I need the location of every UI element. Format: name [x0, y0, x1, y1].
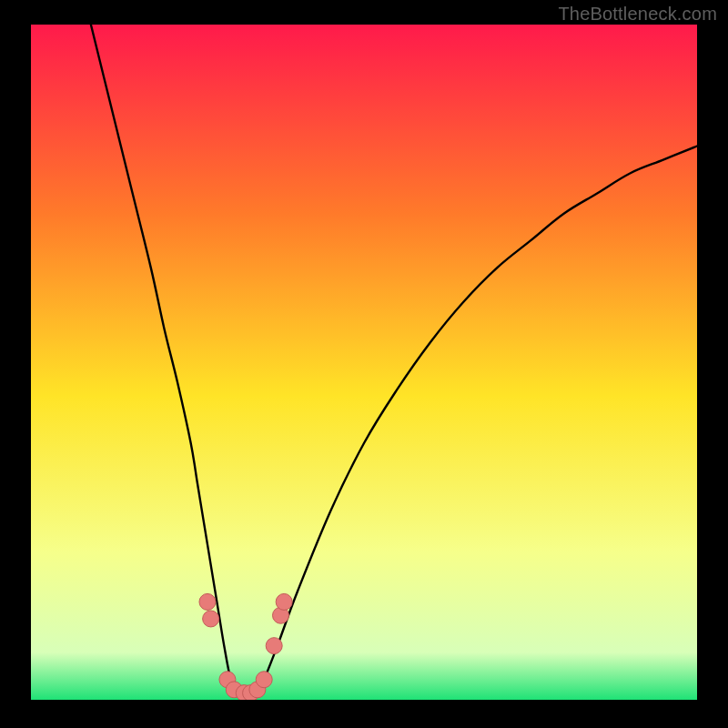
data-marker — [276, 593, 292, 610]
data-marker — [266, 638, 282, 654]
watermark-text: TheBottleneck.com — [558, 4, 717, 25]
plot-area — [31, 25, 697, 700]
data-marker — [199, 593, 216, 610]
chart-frame: TheBottleneck.com — [0, 0, 728, 728]
plot-svg — [31, 25, 697, 700]
data-marker — [203, 611, 219, 627]
gradient-background — [31, 25, 697, 700]
data-marker — [256, 672, 272, 688]
